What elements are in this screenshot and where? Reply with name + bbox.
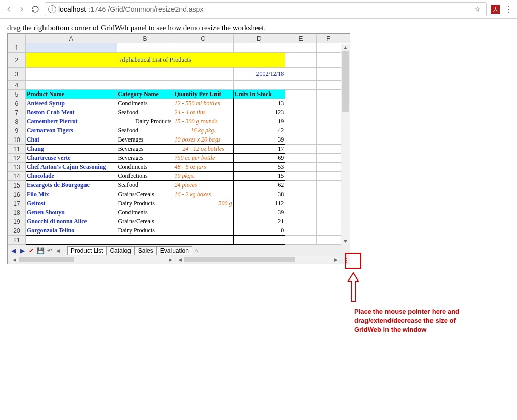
cell[interactable] xyxy=(316,117,340,126)
cell[interactable] xyxy=(173,81,233,90)
cell[interactable]: Grains/Cereals xyxy=(117,217,173,226)
cell[interactable] xyxy=(316,81,340,90)
row-header[interactable]: 8 xyxy=(8,117,26,126)
cell[interactable] xyxy=(173,217,233,226)
cell[interactable] xyxy=(117,236,173,245)
row-header[interactable]: 18 xyxy=(8,208,26,217)
cell[interactable] xyxy=(285,135,317,145)
cell[interactable]: Chocolade xyxy=(25,172,117,181)
cell[interactable]: 15 - 300 g rounds xyxy=(173,117,233,126)
h-scrollbar-1[interactable]: ◀ ▶ xyxy=(11,256,174,263)
cell[interactable]: 10 pkgs. xyxy=(173,172,233,181)
submit-icon[interactable]: ✔ xyxy=(28,247,35,254)
browser-menu-icon[interactable]: ⋮ xyxy=(504,5,513,14)
row-header[interactable]: 4 xyxy=(8,81,26,90)
row-header[interactable]: 19 xyxy=(8,217,26,226)
scroll-right-icon[interactable]: ▶ xyxy=(167,256,174,263)
address-bar[interactable]: i localhost:1746/Grid/Common/resize2nd.a… xyxy=(45,2,487,16)
cell[interactable] xyxy=(316,181,340,190)
cell[interactable] xyxy=(285,53,317,68)
h-scrollbar-2[interactable]: ◀ ▶ xyxy=(176,256,339,263)
cell[interactable]: 39 xyxy=(233,135,285,145)
scroll-left-icon[interactable]: ◀ xyxy=(176,256,183,263)
cell[interactable] xyxy=(285,217,317,226)
cell[interactable] xyxy=(316,90,340,99)
cell[interactable] xyxy=(285,236,317,245)
cell[interactable] xyxy=(285,68,317,81)
scroll-left-icon[interactable]: ◀ xyxy=(11,256,18,263)
cell[interactable] xyxy=(316,145,340,154)
cell[interactable]: Beverages xyxy=(117,145,173,154)
cell[interactable]: 19 xyxy=(233,117,285,126)
title-cell[interactable]: Alphabetical List of Products xyxy=(25,53,285,68)
col-header[interactable]: C xyxy=(173,34,233,43)
resize-handle[interactable] xyxy=(340,256,348,263)
cell[interactable] xyxy=(173,208,233,217)
cell[interactable] xyxy=(285,190,317,199)
cell[interactable] xyxy=(285,99,317,108)
row-header[interactable]: 16 xyxy=(8,190,26,199)
row-header[interactable]: 14 xyxy=(8,172,26,181)
forward-button[interactable] xyxy=(17,5,26,14)
row-header[interactable]: 13 xyxy=(8,163,26,172)
cell[interactable]: Dairy Products xyxy=(117,226,173,236)
cell[interactable]: Seafood xyxy=(117,181,173,190)
cell[interactable]: 39 xyxy=(233,208,285,217)
cell[interactable]: Escargots de Bourgogne xyxy=(25,181,117,190)
sheet-tab[interactable]: Product List xyxy=(67,246,106,255)
worksheet-area[interactable]: ABCDEF12Alphabetical List of Products320… xyxy=(8,34,350,245)
row-header[interactable]: 2 xyxy=(8,53,26,68)
v-scrollbar[interactable]: ▲▼ xyxy=(341,44,350,245)
cell[interactable] xyxy=(117,43,173,53)
cell[interactable]: Geitost xyxy=(25,199,117,208)
cell[interactable]: 15 xyxy=(233,172,285,181)
cell[interactable] xyxy=(316,163,340,172)
cell[interactable]: Condiments xyxy=(117,163,173,172)
cell[interactable] xyxy=(117,68,173,81)
cell[interactable] xyxy=(173,226,233,236)
cell[interactable] xyxy=(285,117,317,126)
cell[interactable]: 42 xyxy=(233,126,285,135)
cell[interactable] xyxy=(316,199,340,208)
cell[interactable] xyxy=(316,154,340,163)
corner-cell[interactable] xyxy=(8,34,26,43)
row-header[interactable]: 10 xyxy=(8,135,26,145)
cell[interactable]: Dairy Products xyxy=(117,199,173,208)
sheet-tab[interactable]: Evaluation xyxy=(157,246,192,255)
cell[interactable]: Quantity Per Unit xyxy=(173,90,233,99)
back-button[interactable] xyxy=(4,5,13,14)
cell[interactable]: Camembert Pierrot xyxy=(25,117,117,126)
scroll-right-icon[interactable]: ▶ xyxy=(332,256,339,263)
row-header[interactable]: 7 xyxy=(8,108,26,117)
cell[interactable]: 750 cc per bottle xyxy=(173,154,233,163)
cell[interactable] xyxy=(233,81,285,90)
row-header[interactable]: 20 xyxy=(8,226,26,236)
cell[interactable] xyxy=(316,172,340,181)
cell[interactable]: Gorgonzola Telino xyxy=(25,226,117,236)
cell[interactable] xyxy=(173,43,233,53)
reload-button[interactable] xyxy=(30,4,40,14)
cell[interactable]: 21 xyxy=(233,217,285,226)
cell[interactable]: 53 xyxy=(233,163,285,172)
cell[interactable]: Category Name xyxy=(117,90,173,99)
cell[interactable] xyxy=(316,217,340,226)
row-header[interactable]: 12 xyxy=(8,154,26,163)
cell[interactable] xyxy=(173,236,233,245)
cell[interactable]: Seafood xyxy=(117,126,173,135)
cell[interactable]: Genen Shouyu xyxy=(25,208,117,217)
row-header[interactable]: 5 xyxy=(8,90,26,99)
cell[interactable]: 500 g xyxy=(173,199,233,208)
cell[interactable]: 12 - 550 ml bottles xyxy=(173,99,233,108)
tab-scroll-right-icon[interactable]: ◇ xyxy=(193,248,200,253)
cell[interactable] xyxy=(316,135,340,145)
cell[interactable] xyxy=(285,163,317,172)
col-header[interactable]: E xyxy=(285,34,317,43)
cell[interactable] xyxy=(285,208,317,217)
cell[interactable]: Carnarvon Tigers xyxy=(25,126,117,135)
cell[interactable]: 16 - 2 kg boxes xyxy=(173,190,233,199)
cell[interactable]: Chef Anton's Cajun Seasoning xyxy=(25,163,117,172)
row-header[interactable]: 17 xyxy=(8,199,26,208)
cell[interactable] xyxy=(117,81,173,90)
cell[interactable]: Product Name xyxy=(25,90,117,99)
cell[interactable]: 10 boxes x 20 bags xyxy=(173,135,233,145)
